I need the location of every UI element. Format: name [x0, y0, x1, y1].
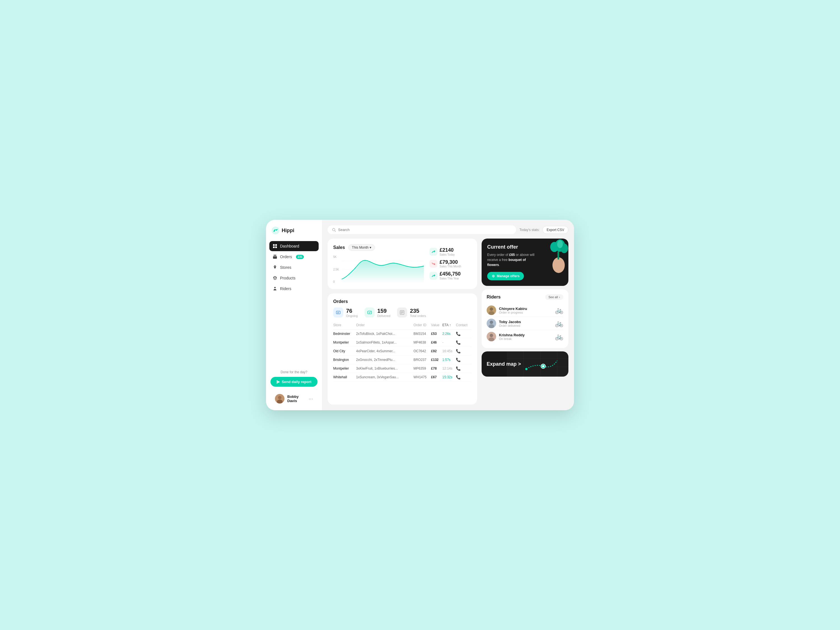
riders-card: Riders See all › Chinyere Kabiru Order i… — [482, 289, 568, 348]
list-item: Chinyere Kabiru Order in progress 🚲 — [486, 304, 564, 317]
cell-contact[interactable]: 📞 — [456, 364, 472, 373]
cell-store: Montpelier — [333, 338, 356, 347]
cell-order: 1xSalmonFillets, 1xAspar... — [356, 338, 414, 347]
map-card[interactable]: Expand map > — [482, 351, 568, 377]
line-chart-svg — [342, 255, 424, 283]
search-input[interactable] — [338, 227, 512, 232]
total-icon — [397, 308, 407, 317]
see-all-button[interactable]: See all › — [545, 294, 564, 300]
table-row: Montpelier 3xKiwiFruit, 1xBlueburries...… — [333, 364, 472, 373]
svg-point-31 — [489, 324, 494, 328]
cell-eta: 12:14s — [442, 364, 456, 373]
table-row: Whitehall 1xSuncream, 3xVeganSau... WH14… — [333, 373, 472, 382]
month-selector-button[interactable]: This Month ▾ — [348, 244, 375, 251]
dashboard-label: Dashboard — [280, 244, 299, 248]
cell-orderid: BRO237 — [414, 355, 431, 364]
bike-icon: 🚲 — [555, 319, 564, 327]
sales-chart-area: Sales This Month ▾ 5K 2.5K 0 — [333, 244, 424, 283]
flower-decoration — [543, 238, 568, 275]
chart-svg-wrapper — [342, 255, 424, 283]
col-orderid: Order ID — [414, 322, 431, 330]
cell-eta: - — [442, 338, 456, 347]
sidebar-bottom: Done for the day? Send daily report Bobb… — [266, 370, 322, 403]
svg-point-29 — [489, 311, 494, 315]
orders-icon — [273, 254, 277, 259]
ongoing-label: Ongoing — [346, 314, 358, 317]
svg-rect-6 — [275, 246, 277, 248]
sales-header: Sales This Month ▾ — [333, 244, 424, 251]
ongoing-num: 76 — [346, 308, 358, 314]
chevron-down-icon: ▾ — [369, 246, 371, 249]
stores-label: Stores — [280, 265, 291, 270]
svg-rect-8 — [273, 256, 277, 259]
stores-icon — [273, 265, 277, 270]
avatar — [275, 394, 284, 403]
svg-point-24 — [557, 240, 563, 248]
total-num: 235 — [410, 308, 426, 314]
sidebar-item-dashboard[interactable]: Dashboard — [269, 241, 319, 251]
cell-eta: 15:32s — [442, 373, 456, 382]
cell-eta: 2:26s — [442, 330, 456, 338]
stat-ongoing: 76 Ongoing — [333, 308, 358, 317]
search-bar — [328, 226, 516, 234]
delivered-icon — [365, 308, 375, 317]
cell-store: Brislington — [333, 355, 356, 364]
sidebar-item-orders[interactable]: Orders 235 — [269, 252, 319, 262]
sidebar-item-riders[interactable]: Riders — [269, 284, 319, 294]
sidebar-item-products[interactable]: Products — [269, 273, 319, 283]
map-route-visual — [521, 355, 563, 373]
send-report-button[interactable]: Send daily report — [270, 377, 317, 387]
svg-rect-26 — [555, 258, 562, 268]
manage-offers-button[interactable]: Manage offers — [487, 272, 524, 280]
sales-today-label: Sales Today — [440, 253, 455, 256]
logo: Hippi — [266, 227, 322, 241]
expand-map-button[interactable]: Expand map > — [486, 361, 521, 367]
svg-point-13 — [332, 228, 335, 231]
cell-order: 3xKiwiFruit, 1xBlueburries... — [356, 364, 414, 373]
cell-contact[interactable]: 📞 — [456, 347, 472, 355]
dashboard-icon — [273, 244, 277, 248]
cell-contact[interactable]: 📞 — [456, 338, 472, 347]
cell-contact[interactable]: 📞 — [456, 373, 472, 382]
cell-order: 2xGnocchi, 2xTinnedPlu... — [356, 355, 414, 364]
cell-order: 1xSuncream, 3xVeganSau... — [356, 373, 414, 382]
cell-contact[interactable]: 📞 — [456, 330, 472, 338]
orders-stats: 76 Ongoing 159 Delivered — [333, 308, 472, 317]
trend-up-icon-1 — [429, 248, 437, 256]
rider-name: Chinyere Kabiru — [499, 306, 552, 311]
rider-name: Toby Jacobs — [499, 320, 552, 324]
table-row: Old City 4xPearCider, 4xSummer... OC7642… — [333, 347, 472, 355]
cell-order: 4xPearCider, 4xSummer... — [356, 347, 414, 355]
rider-info: Krishna Reddy On break — [499, 333, 552, 341]
stat-delivered: 159 Delivered — [365, 308, 390, 317]
sidebar-item-stores[interactable]: Stores — [269, 262, 319, 272]
app-name: Hippi — [282, 227, 294, 234]
sales-chart: 5K 2.5K 0 — [333, 255, 424, 283]
search-icon — [332, 228, 336, 232]
export-csv-button[interactable]: Export CSV — [542, 226, 568, 234]
cell-store: Montpelier — [333, 364, 356, 373]
sales-metrics: £2140 Sales Today £79,300 Sales This Mon… — [429, 244, 472, 283]
svg-point-33 — [489, 337, 494, 341]
cell-contact[interactable]: 📞 — [456, 355, 472, 364]
cell-eta: 1:57s — [442, 355, 456, 364]
metric-sales-year: £456,750 Sales This Year — [429, 271, 472, 280]
cell-orderid: WH1475 — [414, 373, 431, 382]
svg-point-32 — [490, 334, 493, 337]
svg-point-2 — [276, 229, 277, 231]
metric-sales-month: £79,300 Sales This Month — [429, 260, 472, 268]
header: Today's stats: Export CSV — [328, 226, 568, 234]
svg-point-0 — [272, 227, 279, 234]
table-row: Bedminster 2xTofuBlock, 1xPakChoi... BM3… — [333, 330, 472, 338]
list-item: Krishna Reddy On break 🚲 — [486, 330, 564, 343]
svg-rect-3 — [273, 244, 275, 246]
sales-month-label: Sales This Month — [440, 265, 461, 268]
orders-table: Store Order Order ID Value ETA ↑ Contact… — [333, 322, 472, 382]
table-row: Brislington 2xGnocchi, 2xTinnedPlu... BR… — [333, 355, 472, 364]
user-menu-button[interactable]: ⋯ — [309, 396, 313, 401]
bike-icon: 🚲 — [555, 306, 564, 314]
col-order: Order — [356, 322, 414, 330]
col-eta[interactable]: ETA ↑ — [442, 322, 456, 330]
rider-status: Order delivered — [499, 324, 552, 327]
user-profile: Bobby Davis ⋯ — [270, 390, 317, 403]
